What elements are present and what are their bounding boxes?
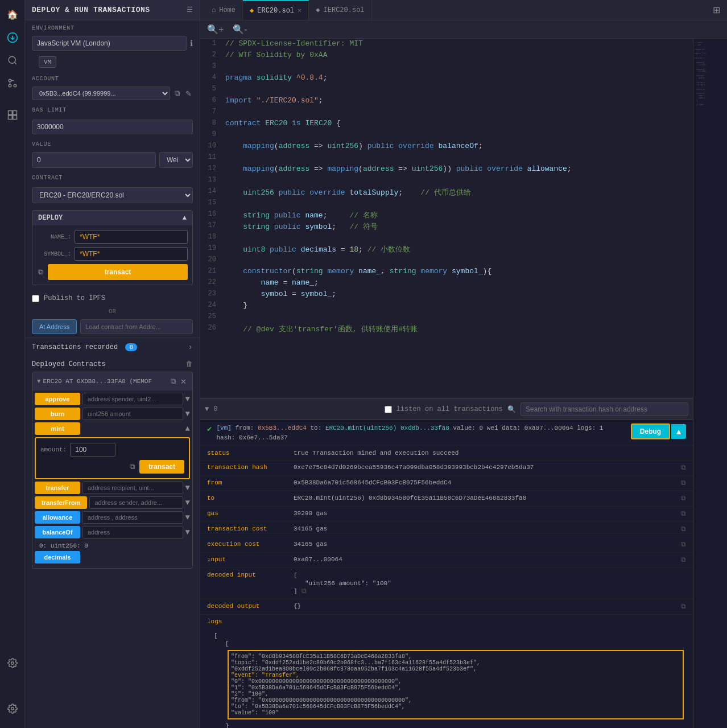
approve-input[interactable]: [82, 393, 183, 405]
deploy-header[interactable]: DEPLOY ▲: [32, 211, 192, 225]
transact-button[interactable]: transact: [48, 264, 188, 280]
transferfrom-btn[interactable]: transferFrom: [35, 496, 87, 509]
transfer-input[interactable]: [82, 482, 183, 494]
sidebar-icon-git[interactable]: [3, 74, 22, 92]
svg-rect-7: [8, 116, 12, 120]
transferfrom-chevron-icon[interactable]: ▼: [185, 498, 190, 507]
copy-to-icon[interactable]: ⧉: [681, 495, 686, 503]
svg-rect-8: [13, 116, 16, 120]
value-input[interactable]: [32, 152, 156, 168]
copy-from-icon[interactable]: ⧉: [681, 479, 686, 487]
edit-account-btn[interactable]: ✎: [184, 88, 193, 99]
copy-txcost-icon[interactable]: ⧉: [681, 525, 686, 533]
transfer-chevron-icon[interactable]: ▼: [185, 483, 190, 492]
deployed-contract-header[interactable]: ▼ ERC20 AT 0XDB8...33FA8 (MEMOF ⧉ ✕: [32, 372, 192, 390]
zoom-out-btn[interactable]: 🔍-: [230, 23, 249, 36]
transfer-btn[interactable]: transfer: [35, 482, 80, 494]
sidebar-icon-deploy[interactable]: [3, 28, 22, 47]
transferfrom-input[interactable]: [89, 496, 183, 509]
sidebar-icon-plugin[interactable]: [3, 106, 22, 124]
decimals-btn[interactable]: decimals: [35, 551, 80, 564]
allowance-chevron-icon[interactable]: ▼: [185, 513, 190, 522]
copy-deploy-btn[interactable]: ⧉: [37, 266, 44, 278]
collapse-icon[interactable]: ▼: [205, 405, 209, 413]
txhash-val: 0xe7e75c84d7d0269bcea55936c47a099dba058d…: [294, 464, 674, 471]
zoom-in-btn[interactable]: 🔍+: [205, 23, 226, 36]
env-info-icon[interactable]: ℹ: [190, 39, 193, 48]
tab-home[interactable]: ⌂ Home: [205, 0, 243, 20]
balanceof-chevron-icon[interactable]: ▼: [185, 528, 190, 537]
symbol-param-input[interactable]: [75, 247, 188, 261]
code-line-9: 9: [200, 130, 693, 141]
sidebar-icon-settings2[interactable]: [3, 700, 22, 718]
home-icon: ⌂: [212, 6, 216, 14]
publish-ipfs-checkbox[interactable]: [32, 295, 39, 302]
contract-methods: approve ▼ burn ▼ mint ▲: [32, 390, 192, 568]
remove-contract-btn[interactable]: ✕: [179, 376, 188, 387]
debug-chevron-btn[interactable]: ▲: [671, 424, 686, 439]
mint-transact-row: ⧉ transact: [40, 460, 184, 474]
detail-row-logs: logs [ [ "from": "0xd8b934580fcE35a11B58…: [200, 615, 693, 728]
burn-btn[interactable]: burn: [35, 408, 80, 420]
environment-select[interactable]: JavaScript VM (London): [32, 36, 187, 51]
sidebar-icon-home[interactable]: 🏠: [3, 6, 22, 24]
approve-chevron-icon[interactable]: ▼: [185, 394, 190, 404]
copy-contract-addr-btn[interactable]: ⧉: [170, 376, 177, 387]
allowance-input[interactable]: [82, 511, 183, 524]
load-contract-input[interactable]: [80, 319, 193, 334]
contract-select[interactable]: ERC20 - ERC20/ERC20.sol: [32, 187, 193, 203]
decoded-output-key: decoded output: [207, 603, 287, 610]
symbol-param-label: SYMBOL_:: [37, 251, 71, 257]
detail-row-decoded-output: decoded output {} ⧉: [200, 599, 693, 615]
tab-erc20-close-icon[interactable]: ✕: [298, 6, 301, 15]
account-select[interactable]: 0x5B3...eddC4 (99.99999...: [32, 87, 170, 100]
right-panel: ⌂ Home ◆ ERC20.sol ✕ ◆ IERC20.sol ⊞ 🔍+ 🔍…: [200, 0, 727, 728]
balanceof-btn[interactable]: balanceOf: [35, 526, 80, 538]
panel-header: DEPLOY & RUN TRANSACTIONS ☰: [25, 0, 200, 20]
listen-checkbox[interactable]: [385, 406, 392, 413]
name-param-input[interactable]: [75, 230, 188, 244]
at-address-button[interactable]: At Address: [32, 319, 77, 334]
balanceof-input[interactable]: [82, 526, 183, 538]
copy-mint-btn[interactable]: ⧉: [129, 461, 136, 472]
tab-erc20[interactable]: ◆ ERC20.sol ✕: [243, 0, 309, 20]
copy-input-icon[interactable]: ⧉: [681, 556, 686, 564]
copy-txhash-icon[interactable]: ⧉: [681, 464, 686, 472]
contract-label: CONTRACT: [25, 170, 200, 183]
logs-highlight-box: "from": "0xd8b934580fcE35a11B58C6D73aDeE…: [228, 650, 684, 719]
tab-ierc20[interactable]: ◆ IERC20.sol: [309, 0, 371, 20]
delete-contracts-icon[interactable]: 🗑: [186, 360, 193, 368]
unit-select[interactable]: Wei: [159, 152, 193, 168]
copy-gas-icon[interactable]: ⧉: [681, 510, 686, 518]
code-line-25: 25: [200, 312, 693, 323]
mint-amount-row: amount:: [40, 443, 184, 456]
copy-execcost-icon[interactable]: ⧉: [681, 541, 686, 549]
transactions-row[interactable]: Transactions recorded 8 ›: [25, 338, 200, 356]
mint-chevron-icon[interactable]: ▲: [185, 424, 190, 433]
sidebar-icon-settings[interactable]: [3, 654, 22, 672]
mint-btn[interactable]: mint: [35, 422, 80, 435]
tx-cost-val: 34165 gas: [294, 525, 674, 532]
tx-search-input[interactable]: [521, 402, 688, 416]
code-editor[interactable]: 1 // SPDX-License-Identifier: MIT 2 // W…: [200, 39, 693, 398]
copy-decoded-output-icon[interactable]: ⧉: [681, 603, 686, 611]
sidebar-icon-search[interactable]: [3, 51, 22, 69]
mint-amount-input[interactable]: [70, 443, 115, 456]
approve-btn[interactable]: approve: [35, 393, 80, 405]
deploy-section: DEPLOY ▲ NAME_: SYMBOL_: ⧉ transact: [32, 210, 193, 285]
panel-menu-icon[interactable]: ☰: [187, 6, 193, 14]
gas-limit-input[interactable]: [32, 120, 193, 134]
tx-search-icon[interactable]: 🔍: [507, 405, 516, 414]
minimap-content: // SPDX // WTF pragma sol import "./I co…: [693, 39, 727, 110]
allowance-btn[interactable]: allowance: [35, 511, 80, 524]
burn-input[interactable]: [82, 408, 183, 420]
mint-transact-btn[interactable]: transact: [139, 460, 184, 474]
burn-chevron-icon[interactable]: ▼: [185, 409, 190, 418]
debug-button[interactable]: Debug: [631, 423, 670, 439]
value-label: VALUE: [25, 137, 200, 150]
copy-account-btn[interactable]: ⧉: [174, 88, 181, 99]
code-line-1: 1 // SPDX-License-Identifier: MIT: [200, 39, 693, 50]
tx-logs-label: logs:: [577, 425, 600, 431]
copy-decoded-input-icon[interactable]: ⧉: [301, 587, 307, 595]
new-file-btn[interactable]: ⊞: [711, 3, 722, 17]
